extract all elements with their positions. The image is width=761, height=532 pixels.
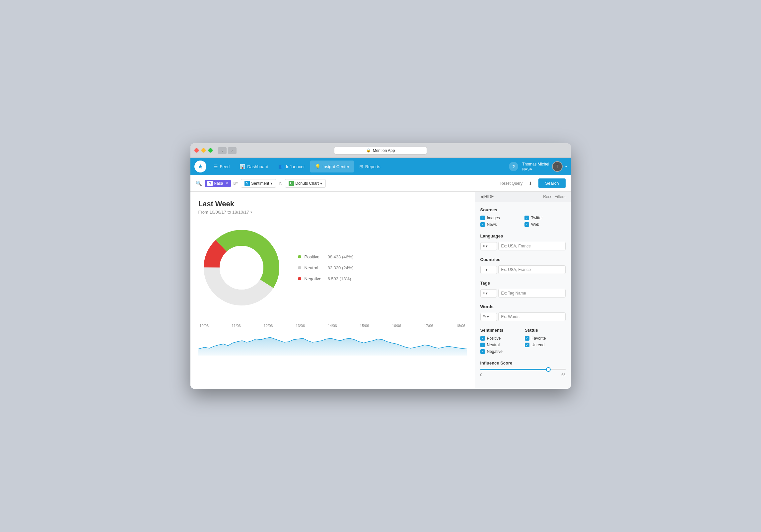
legend-positive: Positive 98.433 (46%) [298, 254, 354, 259]
app-window: ‹ › 🔒 Mention App ★ ☰ Feed 📊 Dashboard 👥… [190, 143, 571, 389]
words-input[interactable] [498, 312, 566, 321]
influence-score-title: Influence Score [480, 361, 566, 366]
insight-icon: 💡 [315, 164, 320, 169]
check-icon: ✓ [525, 223, 528, 226]
images-checkbox[interactable]: ✓ [480, 216, 485, 220]
sentiment-negative-label: Negative [487, 349, 503, 354]
donuts-dropdown[interactable]: C Donuts Chart ▾ [285, 179, 326, 188]
search-button[interactable]: Search [538, 178, 565, 188]
browser-nav: ‹ › [218, 147, 237, 154]
chart-date-range: From 10/06/17 to 18/10/17 [198, 210, 249, 215]
words-section: Words ∋ ▾ [480, 304, 566, 321]
countries-input[interactable] [498, 265, 566, 274]
countries-section: Countries = ▾ [480, 257, 566, 274]
sentiment-chevron-icon: ▾ [270, 181, 272, 186]
web-checkbox[interactable]: ✓ [524, 222, 529, 227]
status-favorite[interactable]: ✓ Favorite [525, 336, 566, 341]
sentiment-neutral[interactable]: ✓ Neutral [480, 343, 521, 347]
slider-track [480, 369, 566, 370]
filter-bar: 🔍 N Nasa ✕ BY S Sentiment ▾ IN C Donuts … [190, 175, 571, 192]
source-web[interactable]: ✓ Web [524, 222, 566, 227]
in-label: IN [279, 181, 282, 185]
tags-operator[interactable]: = ▾ [480, 289, 497, 298]
neutral-value: 82.320 (24%) [328, 265, 354, 270]
help-button[interactable]: ? [509, 162, 518, 171]
unread-checkbox[interactable]: ✓ [525, 343, 529, 347]
sentiment-neutral-label: Neutral [487, 343, 500, 347]
positive-dot [298, 255, 301, 258]
tl-label-4: 14/06 [328, 324, 337, 328]
nav-label-feed: Feed [220, 164, 230, 169]
tags-input-group: = ▾ [480, 289, 566, 298]
status-unread[interactable]: ✓ Unread [525, 343, 566, 347]
languages-operator[interactable]: = ▾ [480, 242, 497, 250]
chart-title: Last Week [198, 200, 467, 208]
sentiment-positive-checkbox[interactable]: ✓ [480, 336, 485, 341]
sentiment-negative[interactable]: ✓ Negative [480, 349, 521, 354]
top-navigation: ★ ☰ Feed 📊 Dashboard 👥 Influencer 💡 Insi… [190, 158, 571, 175]
logo-button[interactable]: ★ [194, 161, 206, 172]
sentiment-positive[interactable]: ✓ Positive [480, 336, 521, 341]
source-news-label: News [487, 222, 497, 227]
source-news[interactable]: ✓ News [480, 222, 521, 227]
address-bar[interactable]: 🔒 Mention App [334, 147, 427, 155]
tl-label-7: 17/06 [424, 324, 433, 328]
nasa-tag-close-icon[interactable]: ✕ [225, 181, 228, 185]
tl-label-2: 12/06 [264, 324, 273, 328]
sidebar-content: Sources ✓ Images ✓ Twitter ✓ News [475, 202, 571, 389]
source-twitter[interactable]: ✓ Twitter [524, 216, 566, 220]
star-icon: ★ [198, 163, 203, 170]
legend-negative: Negative 6.593 (13%) [298, 276, 354, 281]
status-col: Status ✓ Favorite ✓ Unread [525, 328, 566, 354]
date-caret-icon[interactable]: ▾ [250, 210, 252, 214]
download-button[interactable]: ⬇ [526, 179, 535, 188]
sentiment-dropdown[interactable]: S Sentiment ▾ [241, 179, 276, 188]
sidebar-hide-bar: ◀ HIDE Reset Filters [475, 192, 571, 202]
back-button[interactable]: ‹ [218, 147, 227, 154]
minimize-button[interactable] [201, 148, 206, 153]
nav-item-feed[interactable]: ☰ Feed [209, 161, 235, 172]
by-label: BY [234, 181, 239, 185]
nav-item-influencer[interactable]: 👥 Influencer [274, 161, 310, 172]
nav-item-insight-center[interactable]: 💡 Insight Center [310, 161, 354, 172]
user-name: Thomas Michel [522, 162, 549, 167]
words-operator[interactable]: ∋ ▾ [480, 313, 497, 321]
status-checkboxes: ✓ Favorite ✓ Unread [525, 336, 566, 347]
search-icon[interactable]: 🔍 [196, 180, 202, 186]
sentiment-positive-label: Positive [487, 336, 501, 341]
maximize-button[interactable] [208, 148, 213, 153]
news-checkbox[interactable]: ✓ [480, 222, 485, 227]
countries-operator[interactable]: = ▾ [480, 266, 497, 274]
tl-label-3: 13/06 [296, 324, 305, 328]
slider-thumb[interactable] [546, 367, 551, 372]
influence-score-section: Influence Score 0 68 [480, 361, 566, 377]
sentiment-negative-checkbox[interactable]: ✓ [480, 349, 485, 354]
close-button[interactable] [194, 148, 199, 153]
languages-input[interactable] [498, 242, 566, 250]
url-text: Mention App [373, 148, 395, 153]
nav-item-reports[interactable]: ⊞ Reports [355, 161, 385, 172]
source-images[interactable]: ✓ Images [480, 216, 521, 220]
unread-label: Unread [531, 343, 544, 347]
donuts-icon: C [289, 181, 294, 186]
tl-label-8: 18/06 [456, 324, 465, 328]
favorite-checkbox[interactable]: ✓ [525, 336, 529, 341]
user-menu[interactable]: Thomas Michel NASA T ▾ [522, 161, 567, 172]
reset-query-button[interactable]: Reset Query [500, 181, 522, 186]
titlebar: ‹ › 🔒 Mention App [190, 143, 571, 158]
user-org: NASA [522, 167, 549, 171]
slider-labels: 0 68 [480, 373, 566, 377]
donut-chart [198, 225, 285, 311]
tags-input[interactable] [498, 289, 566, 298]
positive-label: Positive [305, 254, 324, 259]
donuts-chevron-icon: ▾ [320, 181, 322, 186]
nav-item-dashboard[interactable]: 📊 Dashboard [235, 161, 273, 172]
twitter-checkbox[interactable]: ✓ [524, 216, 529, 220]
sentiment-neutral-checkbox[interactable]: ✓ [480, 343, 485, 347]
hide-button[interactable]: ◀ HIDE [480, 194, 494, 199]
nav-label-insight: Insight Center [322, 164, 349, 169]
countries-title: Countries [480, 257, 566, 262]
nasa-filter-tag[interactable]: N Nasa ✕ [205, 180, 231, 187]
reset-filters-button[interactable]: Reset Filters [543, 194, 565, 199]
forward-button[interactable]: › [228, 147, 237, 154]
